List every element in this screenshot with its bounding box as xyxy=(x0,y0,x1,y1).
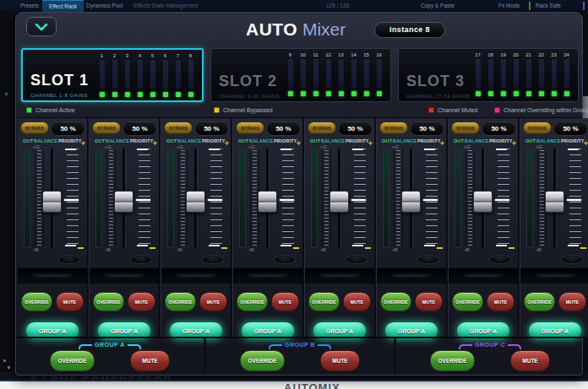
strip-divider-band xyxy=(377,268,446,284)
override-button[interactable]: OVERRIDE xyxy=(165,292,196,311)
channel-active-led xyxy=(501,91,506,96)
bypass-button[interactable]: BYPASS xyxy=(379,122,408,134)
gain-fader[interactable] xyxy=(186,191,205,213)
mute-button[interactable]: MUTE xyxy=(415,292,443,311)
out-level-meter xyxy=(383,149,389,248)
group-override-button[interactable]: OVERRIDE xyxy=(430,350,475,371)
bypass-button[interactable]: BYPASS xyxy=(92,122,121,134)
gain-value-display[interactable]: 50 % xyxy=(194,122,229,136)
group-mute-button[interactable]: MUTE xyxy=(130,350,170,371)
priority-reset-button[interactable] xyxy=(130,255,152,264)
gain-value-display[interactable]: 50 % xyxy=(266,122,301,136)
slot-channel: 22 xyxy=(535,51,547,96)
channel-mini-meter xyxy=(351,59,357,88)
channel-active-led xyxy=(188,92,193,97)
priority-reset-button[interactable] xyxy=(417,255,439,264)
bypass-button[interactable]: BYPASS xyxy=(236,122,264,134)
priority-slider-handle[interactable] xyxy=(136,199,150,201)
bypass-button[interactable]: BYPASS xyxy=(523,122,552,134)
override-button[interactable]: OVERRIDE xyxy=(308,292,340,311)
host-rack-title: 8 / BUS COMPRESSOR xyxy=(30,375,172,381)
gain-value-display[interactable]: 50 % xyxy=(482,122,516,136)
mute-button[interactable]: MUTE xyxy=(199,292,227,311)
out-label: OUT xyxy=(238,138,248,143)
priority-reset-button[interactable] xyxy=(202,255,224,264)
override-button[interactable]: OVERRIDE xyxy=(237,292,268,311)
host-tab[interactable]: Effects State Management xyxy=(133,3,198,8)
priority-slider-handle[interactable] xyxy=(567,199,581,201)
mute-button[interactable]: MUTE xyxy=(271,292,299,311)
group-override-button[interactable]: OVERRIDE xyxy=(240,350,285,371)
priority-slider-handle[interactable] xyxy=(208,199,222,201)
priority-slider-handle[interactable] xyxy=(495,199,509,201)
gain-fader[interactable] xyxy=(473,191,493,213)
priority-slider-handle[interactable] xyxy=(351,199,366,201)
balance-label: BALANCE xyxy=(177,138,201,143)
override-button[interactable]: OVERRIDE xyxy=(524,292,555,311)
channel-mini-meter xyxy=(488,59,493,88)
mute-button[interactable]: MUTE xyxy=(56,292,84,311)
channel-active-led xyxy=(150,92,155,97)
bypass-button[interactable]: BYPASS xyxy=(308,122,336,134)
override-button[interactable]: OVERRIDE xyxy=(21,292,52,311)
gain-fader[interactable] xyxy=(258,191,277,213)
host-tab[interactable]: Copy & Paste xyxy=(421,3,455,8)
collapse-button[interactable] xyxy=(26,17,57,36)
override-button[interactable]: OVERRIDE xyxy=(93,292,124,311)
group-mute-button[interactable]: MUTE xyxy=(320,350,360,371)
priority-max-mark xyxy=(496,149,507,150)
channel-active-led xyxy=(564,91,569,96)
host-tab[interactable]: Presets xyxy=(20,3,39,8)
mute-button[interactable]: MUTE xyxy=(128,292,155,311)
slot-panel[interactable]: SLOT 2 CHANNEL 9-16 GAINS 91011121314151… xyxy=(210,48,391,102)
slot-panel[interactable]: SLOT 3 CHANNEL 17-24 GAINS 1718192021222… xyxy=(398,48,579,102)
group-override-button[interactable]: OVERRIDE xyxy=(50,350,95,371)
instance-selector[interactable]: Instance 8 xyxy=(374,22,445,38)
gain-fader[interactable] xyxy=(545,191,564,213)
channel-strip: BYPASS 50 % OUT BALANCE PRIORITY + +12 -… xyxy=(448,118,520,337)
host-tab[interactable]: Fx Mode xyxy=(498,3,520,8)
priority-reset-button[interactable] xyxy=(561,255,583,264)
gain-fader[interactable] xyxy=(401,191,421,213)
host-tab[interactable]: 128 / 128 xyxy=(326,3,349,8)
channel-number: 1 xyxy=(101,52,103,59)
slot-channel: 23 xyxy=(547,51,560,96)
priority-reset-button[interactable] xyxy=(274,255,296,264)
gain-value-display[interactable]: 50 % xyxy=(51,122,85,136)
gain-value-display[interactable]: 50 % xyxy=(410,122,444,136)
gain-fader[interactable] xyxy=(42,191,62,213)
priority-slider-handle[interactable] xyxy=(423,199,438,201)
priority-reset-button[interactable] xyxy=(58,255,80,264)
bypass-button[interactable]: BYPASS xyxy=(164,122,193,134)
mute-button[interactable]: MUTE xyxy=(558,292,586,311)
mute-button[interactable]: MUTE xyxy=(487,292,514,311)
gain-fader[interactable] xyxy=(329,191,349,213)
host-tab[interactable]: Rack Safe xyxy=(536,3,561,8)
override-button[interactable]: OVERRIDE xyxy=(380,292,411,311)
priority-label: PRIORITY xyxy=(58,138,82,143)
priority-slider-handle[interactable] xyxy=(280,199,294,201)
override-button[interactable]: OVERRIDE xyxy=(452,292,483,311)
gain-value-display[interactable]: 50 % xyxy=(338,122,373,136)
host-tab[interactable]: Effect Rack xyxy=(42,0,84,12)
priority-scale xyxy=(569,149,581,248)
channel-mini-meter xyxy=(564,59,569,88)
gain-fader[interactable] xyxy=(114,191,133,213)
gain-value-display[interactable]: 50 % xyxy=(553,122,588,136)
priority-slider-handle[interactable] xyxy=(64,199,79,201)
channel-active-led xyxy=(539,91,544,96)
priority-reset-button[interactable] xyxy=(489,255,511,264)
mute-button[interactable]: MUTE xyxy=(343,292,371,311)
slot-panel[interactable]: SLOT 1 CHANNEL 1-8 GAINS 12345678 xyxy=(21,48,204,102)
host-tab[interactable]: Dynamics Pool xyxy=(86,3,122,8)
bypass-button[interactable]: BYPASS xyxy=(20,122,49,134)
priority-reset-button[interactable] xyxy=(346,255,368,264)
bypass-button[interactable]: BYPASS xyxy=(451,122,480,134)
balance-scale-max: +12 xyxy=(320,145,327,149)
out-label: OUT xyxy=(95,138,105,143)
gain-value-display[interactable]: 50 % xyxy=(122,122,157,136)
channel-mini-meter xyxy=(150,60,155,89)
channel-mini-meter xyxy=(313,59,318,88)
group-mute-button[interactable]: MUTE xyxy=(510,350,550,371)
out-level-meter xyxy=(311,149,318,248)
